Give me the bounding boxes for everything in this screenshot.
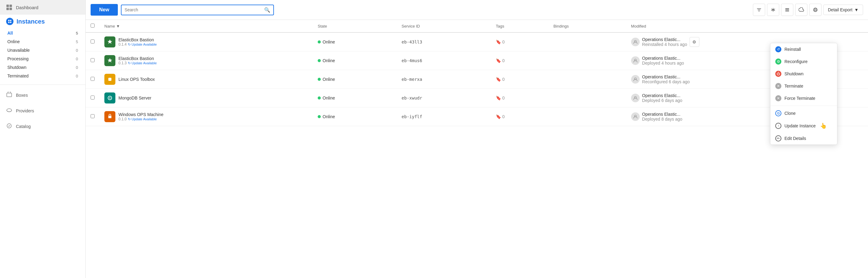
instance-name[interactable]: Linux OPS Toolbox <box>119 77 155 82</box>
search-input[interactable] <box>125 7 264 12</box>
sidebar-filter-online[interactable]: Online5 <box>0 37 85 46</box>
row-checkbox-1[interactable] <box>91 58 95 62</box>
instance-details: ElasticBox Bastion 0.1.3 ↻ Update Availa… <box>119 56 157 65</box>
menu-item-terminate[interactable]: ✕Terminate <box>770 80 837 92</box>
menu-item-clone[interactable]: ⧉Clone <box>770 107 837 119</box>
instances-table-container: Name ▼ State Service ID Tags Bindings Mo… <box>86 20 868 278</box>
row-checkbox-cell <box>86 89 99 107</box>
menu-icon: ⏻ <box>775 71 781 77</box>
asterisk-button[interactable] <box>767 4 779 16</box>
tags-header[interactable]: Tags <box>491 20 549 32</box>
menu-label: Force Terminate <box>784 96 815 101</box>
row-state-cell: Online <box>313 89 397 107</box>
menu-item-edit-details[interactable]: ✏Edit Details <box>770 132 837 145</box>
instance-meta: 0.1.4 ↻ Update Available <box>119 42 157 47</box>
table-header-row: Name ▼ State Service ID Tags Bindings Mo… <box>86 20 868 32</box>
menu-item-shutdown[interactable]: ⏻Shutdown <box>770 68 837 80</box>
service-id-header[interactable]: Service ID <box>397 20 491 32</box>
menu-label: Edit Details <box>784 136 806 141</box>
instance-icon <box>104 55 115 66</box>
modified-time: Reconfigured 6 days ago <box>642 79 690 84</box>
row-service-id-cell: eb-iyflf <box>397 107 491 126</box>
instance-details: ElasticBox Bastion 0.1.4 ↻ Update Availa… <box>119 37 157 47</box>
filter-count: 0 <box>76 65 78 70</box>
search-icon: 🔍 <box>264 7 270 13</box>
cursor-icon: 👆 <box>820 122 827 129</box>
row-checkbox-3[interactable] <box>91 95 95 99</box>
sidebar-item-catalog[interactable]: Catalog <box>0 119 85 134</box>
tag-icon: 🔖 <box>496 77 501 82</box>
row-checkbox-cell <box>86 52 99 70</box>
service-id: eb-merxa <box>402 77 422 82</box>
menu-label: Reinstall <box>784 47 801 52</box>
gear-button[interactable]: ⚙ <box>689 37 700 47</box>
catalog-label: Catalog <box>16 124 31 129</box>
svg-rect-0 <box>6 5 9 7</box>
row-state-cell: Online <box>313 70 397 89</box>
instance-name[interactable]: Windows OPS Machine <box>119 112 163 117</box>
table-row: ElasticBox Bastion 0.1.3 ↻ Update Availa… <box>86 52 868 70</box>
select-all-header <box>86 20 99 32</box>
instance-name[interactable]: MongoDB Server <box>119 95 151 100</box>
sidebar-filter-all[interactable]: All5 <box>0 29 85 37</box>
catalog-icon <box>6 123 12 130</box>
row-tags-cell: 🔖 0 <box>491 32 549 52</box>
state-dot <box>318 78 321 81</box>
row-checkbox-4[interactable] <box>91 114 95 118</box>
modified-user: Operations Elastic... <box>642 56 684 61</box>
sidebar: Dashboard Instances All5Online5Unavailab… <box>0 0 86 278</box>
state-header[interactable]: State <box>313 20 397 32</box>
modified-header[interactable]: Modified <box>626 20 868 32</box>
modified-time: Reinstalled 4 hours ago <box>642 42 687 47</box>
cloud-button[interactable] <box>795 4 807 16</box>
sidebar-item-providers[interactable]: Providers <box>0 103 85 119</box>
menu-item-force-terminate[interactable]: ✕Force Terminate <box>770 92 837 104</box>
sidebar-filter-unavailable[interactable]: Unavailable0 <box>0 46 85 55</box>
sidebar-filter-terminated[interactable]: Terminated0 <box>0 72 85 80</box>
row-bindings-cell <box>549 107 626 126</box>
context-menu: ↺Reinstall⚙Reconfigure⏻Shutdown✕Terminat… <box>770 43 837 145</box>
sidebar-filter-processing[interactable]: Processing0 <box>0 55 85 63</box>
instances-title[interactable]: Instances <box>6 18 79 25</box>
row-checkbox-2[interactable] <box>91 77 95 81</box>
sidebar-item-boxes[interactable]: Boxes <box>0 87 85 103</box>
filter-count: 0 <box>76 74 78 79</box>
state-label: Online <box>322 114 335 119</box>
sidebar-filter-shutdown[interactable]: Shutdown0 <box>0 63 85 72</box>
instance-name[interactable]: ElasticBox Bastion <box>119 37 157 42</box>
menu-item-update-instance[interactable]: ↑Update Instance👆 <box>770 119 837 132</box>
detail-export-button[interactable]: Detail Export ▼ <box>823 5 863 15</box>
modified-user: Operations Elastic... <box>642 74 690 79</box>
sidebar-item-dashboard[interactable]: Dashboard <box>0 0 85 15</box>
list-view-button[interactable] <box>781 4 793 16</box>
menu-item-reinstall[interactable]: ↺Reinstall <box>770 43 837 55</box>
globe-button[interactable] <box>809 4 822 16</box>
row-name-cell: MongoDB Server <box>99 89 313 107</box>
tag-count: 0 <box>502 58 505 63</box>
bindings-header[interactable]: Bindings <box>549 20 626 32</box>
version-label: 0.1.0 <box>119 117 127 121</box>
chevron-down-icon: ▼ <box>854 7 859 12</box>
filter-count: 0 <box>76 48 78 53</box>
state-label: Online <box>322 58 335 63</box>
menu-item-reconfigure[interactable]: ⚙Reconfigure <box>770 55 837 68</box>
row-checkbox-cell <box>86 70 99 89</box>
dashboard-label: Dashboard <box>16 5 38 10</box>
row-service-id-cell: eb-43ll3 <box>397 32 491 52</box>
new-button[interactable]: New <box>91 4 118 16</box>
name-header[interactable]: Name ▼ <box>99 20 313 32</box>
modified-avatar <box>631 56 640 65</box>
filter-button[interactable] <box>753 4 765 16</box>
boxes-icon <box>6 92 12 99</box>
svg-point-25 <box>109 97 111 99</box>
select-all-checkbox[interactable] <box>91 24 95 28</box>
row-checkbox-0[interactable] <box>91 39 95 43</box>
svg-rect-4 <box>8 20 9 21</box>
update-badge: ↻ Update Available <box>128 61 157 65</box>
instance-name[interactable]: ElasticBox Bastion <box>119 56 157 61</box>
search-box: 🔍 <box>121 5 274 15</box>
menu-icon: ↺ <box>775 46 781 52</box>
svg-rect-3 <box>9 8 12 10</box>
menu-icon: ✕ <box>775 95 781 101</box>
svg-rect-15 <box>785 9 789 10</box>
